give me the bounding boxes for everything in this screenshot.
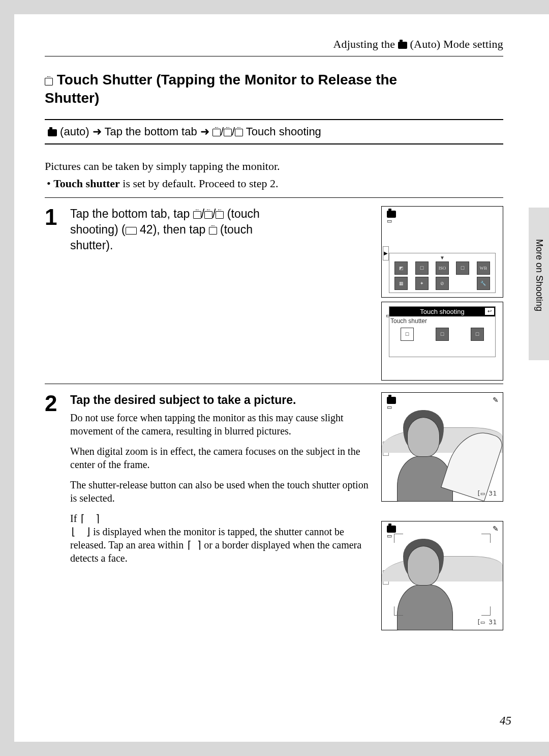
heading-line1: Touch Shutter (Tapping the Monitor to Re…	[53, 72, 397, 88]
pulldown-arrow-icon: ▼	[391, 255, 494, 260]
touch-af-icon	[224, 129, 232, 136]
submenu-selected: Touch shutter	[389, 316, 495, 326]
book-icon	[126, 227, 137, 235]
step-1-title: Tap the bottom tab, tap // (touch shooti…	[70, 206, 369, 253]
camera-icon	[48, 129, 57, 136]
page-number: 45	[500, 714, 511, 728]
focus-bracket-icon: ⌈ ⌉	[186, 539, 201, 551]
af-area-icon: ✦	[415, 277, 429, 290]
bullet-rest: is set by default. Proceed to step 2.	[120, 177, 279, 190]
image-mode-icon: ◩	[394, 261, 408, 275]
separator	[45, 197, 503, 198]
step-2-body: Tap the desired subject to take a pictur…	[70, 392, 373, 646]
step-2-illustrations: ▭ ✎ ▶ [▭ 31 ▭ ✎ ▶	[381, 392, 503, 646]
submenu-title: Touch shooting ↩	[389, 307, 495, 316]
step-2-row: 2 Tap the desired subject to take a pict…	[45, 387, 503, 646]
camera-screen-focus-brackets: ▭ ✎ ▶ [▭ 31	[381, 521, 503, 630]
intro-text: Pictures can be taken by simply tapping …	[45, 160, 503, 173]
heading-line2: Shutter)	[45, 90, 99, 106]
off-icon: ⊘	[436, 277, 449, 290]
separator	[45, 384, 503, 384]
chapter-label: More on Shooting	[534, 239, 544, 311]
white-balance-icon: WB	[477, 261, 490, 275]
shot-count: 31	[489, 489, 497, 497]
step-1-row: 1 Tap the bottom tab, tap // (touch shoo…	[45, 201, 503, 381]
side-tab-arrow-icon: ▶	[383, 246, 389, 260]
camera-icon	[398, 42, 407, 49]
touch-active-icon: ✎	[493, 525, 499, 533]
iso-icon: ISO	[436, 261, 449, 275]
step-2-para-4: If ⌈ ⌉⌊ ⌋ is displayed when the monitor …	[70, 512, 369, 565]
menu-panel: ▼ ◩ ☐ ISO ☐ WB ▦ ✦ ⊘ 🔧	[389, 253, 496, 293]
arrow-icon: ➜	[200, 125, 209, 138]
touch-shutter-icon	[212, 129, 221, 136]
step-1-body: Tap the bottom tab, tap // (touch shooti…	[70, 206, 373, 381]
focus-bracket-br	[481, 606, 491, 616]
touch-shutter-icon	[193, 211, 201, 219]
touch-shutter-icon	[45, 78, 53, 85]
camera-mode-icon: ▭	[387, 397, 396, 411]
breadcrumb-box: (auto) ➜ Tap the bottom tab ➜ // Touch s…	[45, 119, 503, 144]
page-header: Adjusting the (Auto) Mode setting	[45, 38, 503, 56]
setup-icon: 🔧	[477, 277, 490, 290]
step-2-para-3: The shutter-release button can also be u…	[70, 478, 369, 505]
camera-screen-touch-menu: ▭ Touch shooting ↩ Touch shutter ☐ ☐ ☐	[381, 302, 503, 381]
step-1-illustrations: ▭ ▶ ▼ ◩ ☐ ISO ☐ WB ▦ ✦ ⊘	[381, 206, 503, 381]
touch-af-icon	[204, 211, 212, 219]
touch-shutter-option-icon: ☐	[401, 328, 414, 341]
manual-page: Adjusting the (Auto) Mode setting Touch …	[14, 14, 549, 742]
focus-bracket-bl	[394, 606, 403, 616]
back-icon: ↩	[485, 308, 494, 315]
header-suffix: (Auto) Mode setting	[410, 38, 503, 50]
touch-shooting-menu-icon: ☐	[415, 261, 429, 275]
nav-suffix: Touch shooting	[246, 125, 321, 138]
shot-count: 31	[489, 618, 497, 626]
step-number: 2	[45, 392, 62, 646]
nav-step: Tap the bottom tab	[104, 125, 200, 138]
touch-af-option-icon: ☐	[436, 328, 449, 341]
focus-bracket-tl	[394, 534, 403, 543]
step-2-title: Tap the desired subject to take a pictur…	[70, 392, 369, 408]
touch-shutter-icon	[209, 227, 217, 235]
camera-screen-tap-subject: ▭ ✎ ▶ [▭ 31	[381, 392, 503, 502]
step-number: 1	[45, 206, 62, 381]
compensation-icon: ▦	[394, 277, 408, 290]
camera-mode-icon: ▭	[387, 211, 396, 224]
bullet-strong: Touch shutter	[53, 177, 120, 190]
touch-ael-icon	[216, 211, 224, 219]
nav-mode: (auto)	[57, 125, 93, 138]
arrow-icon: ➜	[93, 125, 102, 138]
continuous-icon: ☐	[456, 261, 469, 275]
focus-bracket-tr	[481, 534, 491, 543]
header-prefix: Adjusting the	[333, 38, 398, 50]
bullet-item: Touch shutter is set by default. Proceed…	[45, 177, 503, 190]
touch-ael-icon	[235, 129, 243, 136]
step-2-para-2: When digital zoom is in effect, the came…	[70, 445, 369, 471]
step-2-para-1: Do not use force when tapping the monito…	[70, 411, 369, 438]
camera-screen-menu: ▭ ▶ ▼ ◩ ☐ ISO ☐ WB ▦ ✦ ⊘	[381, 206, 503, 298]
touch-ael-option-icon: ☐	[471, 328, 484, 341]
section-heading: Touch Shutter (Tapping the Monitor to Re…	[45, 71, 503, 108]
touch-active-icon: ✎	[493, 396, 499, 404]
